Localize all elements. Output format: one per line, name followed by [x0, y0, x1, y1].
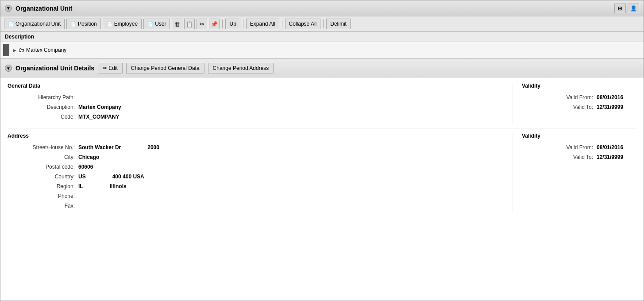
window-title: Organizational Unit: [15, 5, 72, 12]
tree-folder-icon: 🗂: [18, 46, 24, 54]
postal-row: Postal code: 60606: [8, 164, 513, 170]
person-icon-btn[interactable]: 👤: [628, 4, 639, 13]
phone-label: Phone:: [8, 193, 78, 199]
copy-button[interactable]: 📋: [184, 19, 195, 29]
tree-content: ▶ 🗂 Martex Company: [0, 42, 644, 58]
valid-to-row-general: Valid To: 12/31/9999: [522, 104, 636, 110]
code-label: Code:: [8, 114, 78, 120]
validity-general-header: Validity: [522, 83, 636, 90]
description-label: Description:: [8, 104, 78, 110]
collapse-all-button[interactable]: Collapse All: [285, 19, 321, 29]
change-period-general-button[interactable]: Change Period General Data: [126, 63, 204, 73]
region-value2: Illinois: [110, 183, 127, 189]
separator-1: [222, 19, 223, 28]
valid-to-row-address: Valid To: 12/31/9999: [522, 154, 636, 160]
employee-icon: 📄: [107, 21, 113, 27]
expand-all-button[interactable]: Expand All: [246, 19, 279, 29]
general-data-header: General Data: [8, 83, 513, 90]
country-value: US: [78, 174, 86, 180]
validity-address-header: Validity: [522, 133, 636, 140]
street-value: South Wacker Dr: [78, 144, 121, 150]
main-window: ▼ Organizational Unit ⊞ 👤 📄 Organization…: [0, 0, 644, 301]
delimit-button[interactable]: Delimit: [326, 19, 351, 29]
street-number-value: 2000: [147, 144, 159, 150]
general-data-wrapper: General Data Hierarchy Path: Description…: [8, 83, 636, 123]
country-value2: 400 400 USA: [112, 174, 144, 180]
validity-general-section: Validity Valid From: 08/01/2016 Valid To…: [513, 83, 636, 123]
tree-expand-icon[interactable]: ▶: [13, 48, 16, 53]
city-row: City: Chicago: [8, 154, 513, 160]
country-row: Country: US 400 400 USA: [8, 174, 513, 180]
region-label: Region:: [8, 183, 78, 189]
country-label: Country:: [8, 174, 78, 180]
valid-to-value-general: 12/31/9999: [597, 104, 636, 110]
phone-row: Phone:: [8, 193, 513, 199]
general-data-section: General Data Hierarchy Path: Description…: [8, 83, 513, 123]
city-value: Chicago: [78, 154, 99, 160]
valid-to-label-general: Valid To:: [573, 104, 597, 110]
tree-header: Description: [0, 32, 644, 42]
details-title: Organizational Unit Details: [15, 65, 94, 72]
description-row: Description: Martex Company: [8, 104, 513, 110]
street-label: Street/House No.:: [8, 144, 78, 150]
edit-button[interactable]: ✏ Edit: [98, 63, 123, 73]
region-row: Region: IL Illinois: [8, 183, 513, 189]
valid-from-label-general: Valid From:: [567, 94, 597, 100]
valid-from-label-address: Valid From:: [567, 144, 597, 150]
hierarchy-path-row: Hierarchy Path:: [8, 94, 513, 100]
details-collapse-icon[interactable]: ▼: [5, 65, 12, 72]
position-button[interactable]: 📄 Position: [66, 19, 101, 29]
grid-icon-btn[interactable]: ⊞: [614, 4, 626, 13]
edit-icon: ✏: [103, 65, 107, 71]
postal-label: Postal code:: [8, 164, 78, 170]
tree-section: Description ▶ 🗂 Martex Company: [0, 32, 644, 59]
change-period-address-button[interactable]: Change Period Address: [208, 63, 274, 73]
user-icon: 📄: [147, 21, 154, 27]
tree-color-indicator: [3, 44, 9, 56]
paste-button[interactable]: 📌: [209, 19, 220, 29]
cut-button[interactable]: ✂: [197, 19, 207, 29]
fax-label: Fax:: [8, 203, 78, 209]
up-button[interactable]: Up: [225, 19, 240, 29]
collapse-icon[interactable]: ▼: [5, 5, 12, 12]
section-divider: [8, 128, 636, 128]
valid-from-row-general: Valid From: 08/01/2016: [522, 94, 636, 100]
title-bar-right: ⊞ 👤: [614, 4, 639, 13]
address-header: Address: [8, 133, 513, 140]
separator-3: [282, 19, 282, 28]
org-unit-icon: 📄: [8, 21, 14, 27]
org-unit-button[interactable]: 📄 Organizational Unit: [4, 19, 65, 29]
separator-4: [323, 19, 324, 28]
address-wrapper: Address Street/House No.: South Wacker D…: [8, 133, 636, 212]
postal-value: 60606: [78, 164, 93, 170]
delete-button[interactable]: 🗑: [172, 19, 182, 29]
content-area: General Data Hierarchy Path: Description…: [0, 77, 644, 218]
validity-address-section: Validity Valid From: 08/01/2016 Valid To…: [513, 133, 636, 212]
title-bar: ▼ Organizational Unit ⊞ 👤: [0, 0, 644, 16]
valid-from-row-address: Valid From: 08/01/2016: [522, 144, 636, 150]
user-button[interactable]: 📄 User: [143, 19, 170, 29]
employee-button[interactable]: 📄 Employee: [103, 19, 142, 29]
tree-row[interactable]: ▶ 🗂 Martex Company: [12, 45, 67, 55]
street-row: Street/House No.: South Wacker Dr 2000: [8, 144, 513, 150]
tree-item-label: Martex Company: [26, 47, 66, 53]
valid-to-label-address: Valid To:: [573, 154, 597, 160]
address-section: Address Street/House No.: South Wacker D…: [8, 133, 513, 212]
fax-row: Fax:: [8, 203, 513, 209]
title-bar-left: ▼ Organizational Unit: [5, 5, 72, 12]
valid-from-value-general: 08/01/2016: [597, 94, 636, 100]
code-row: Code: MTX_COMPANY: [8, 114, 513, 120]
code-value: MTX_COMPANY: [78, 114, 119, 120]
region-value: IL: [78, 183, 83, 189]
details-title-bar: ▼ Organizational Unit Details ✏ Edit Cha…: [0, 59, 644, 77]
hierarchy-path-label: Hierarchy Path:: [8, 94, 78, 100]
description-value: Martex Company: [78, 104, 121, 110]
separator-2: [243, 19, 243, 28]
toolbar: 📄 Organizational Unit 📄 Position 📄 Emplo…: [0, 16, 644, 32]
details-section: ▼ Organizational Unit Details ✏ Edit Cha…: [0, 59, 644, 218]
valid-from-value-address: 08/01/2016: [597, 144, 636, 150]
valid-to-value-address: 12/31/9999: [597, 154, 636, 160]
city-label: City:: [8, 154, 78, 160]
position-icon: 📄: [70, 21, 77, 27]
